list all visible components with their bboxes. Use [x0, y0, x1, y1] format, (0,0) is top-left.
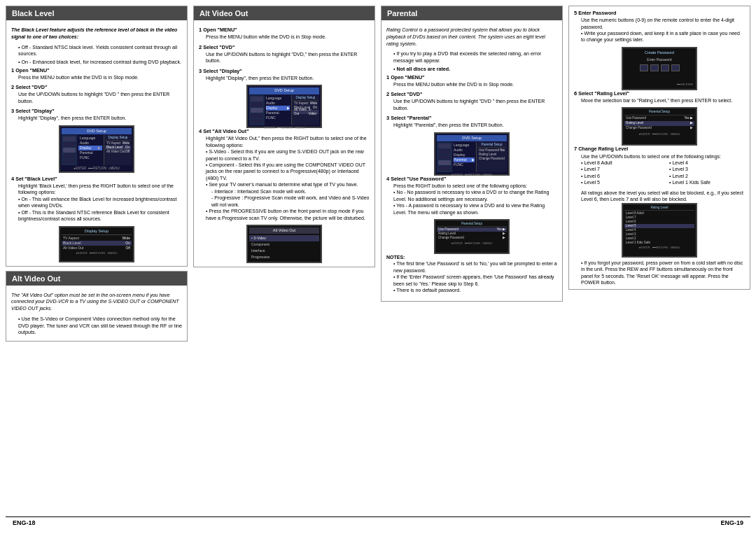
ep-label: Enter Password: [625, 57, 694, 62]
display-setup-screen-wrapper-1: Display Setup TV AspectWide Black LevelO…: [11, 226, 182, 262]
step-num: 1: [11, 67, 14, 73]
par-step-7: 7 Change Rating Level Use the UP/DOWN bu…: [574, 146, 745, 185]
column-1: Black Level The Black Level feature adju…: [6, 6, 188, 514]
alt-video-intro-text: The "Alt Video Out" option must be set i…: [11, 292, 182, 312]
alt-video-screen-title: Alt Video Out: [249, 227, 319, 234]
ps-row-2: Rating Level▶: [624, 121, 694, 126]
ds-footer-1: ●ENTER⟵RETURN≡MENU: [62, 251, 132, 255]
parental-screen-footer: ●ENTER⟵RETURN≡MENU: [437, 173, 507, 176]
ds-row-tv: TV AspectWide: [62, 236, 132, 241]
main-columns: Black Level The Black Level feature adju…: [6, 6, 750, 514]
dvd-setup-screen-1: DVD Setup Language Audio: [59, 125, 134, 173]
alt-step-2: 2 Select "DVD" Use the UP/DOWN buttons t…: [199, 44, 370, 64]
alt-video-steps-header: Alt Video Out: [194, 6, 374, 20]
black-level-section: Black Level The Black Level feature adju…: [6, 6, 188, 267]
footer-right: ENG-19: [720, 519, 743, 526]
bullet-on: • On - Enhanced black level, for increas…: [18, 59, 182, 66]
step-1-open-menu: 1 Open "MENU" Press the MENU button whil…: [11, 67, 182, 81]
par-step-5: 5 Enter Password Use the numeric buttons…: [574, 10, 745, 43]
ps-row-3: Change Password▶: [624, 126, 694, 131]
all-ratings-note: All ratings above the level you select w…: [581, 190, 745, 203]
ds-row-alt: Alt Video OutOff: [62, 246, 132, 251]
alt-step-4: 4 Set "Alt Video Out" Highlight "Alt Vid…: [199, 128, 370, 221]
black-level-intro: The Black Level feature adjusts the refe…: [11, 27, 182, 41]
parental-bullet-2: • Not all discs are rated.: [393, 66, 557, 73]
step-4-black-level: 4 Set "Black Level" Highlight 'Black Lev…: [11, 176, 182, 223]
up-row-3: Change Password▶: [437, 236, 507, 240]
bullet-off: • Off - Standard NTSC black level. Yield…: [18, 44, 182, 57]
enter-password-screen: Create Password Enter Password ⟵RETURN: [622, 47, 697, 90]
ps-footer: ●ENTER⟵RETURN≡MENU: [624, 132, 694, 136]
use-password-screen: Parental Setup Use PasswordYes ▶ Rating …: [434, 219, 510, 254]
avs-row-3: Interface: [249, 248, 319, 254]
parental-header: Parental: [382, 6, 562, 20]
display-setup-screen-1: Display Setup TV AspectWide Black LevelO…: [59, 226, 134, 262]
ds-row-black: Black LevelOn: [62, 241, 132, 246]
forgot-password-note: • If you forgot your password, press pow…: [581, 260, 745, 286]
rating-level-screen-wrapper: Rating Level Level 8 Adult Level 7 Level…: [574, 203, 745, 258]
avs-row-4: Progressive: [249, 254, 319, 260]
alt-video-screen: Alt Video Out • S-Video Component Interf…: [246, 225, 322, 263]
ep-title: Create Password: [625, 50, 694, 55]
dvd-setup-parental-wrapper: DVD Setup Language: [386, 132, 557, 176]
ratings-list: • Level 8 Adult • Level 7 • Level 6 • Le…: [574, 160, 745, 186]
parental-section: Parental Rating Control is a password pr…: [381, 6, 563, 302]
black-level-content: The Black Level feature adjusts the refe…: [6, 23, 187, 266]
parental-cont-section: 5 Enter Password Use the numeric buttons…: [568, 6, 750, 290]
par-notes: NOTES: • The first time 'Use Password' i…: [386, 254, 557, 294]
par-step-1: 1 Open "MENU" Press the MENU button whil…: [386, 74, 557, 88]
enter-password-screen-wrapper: Create Password Enter Password ⟵RETURN: [574, 47, 745, 90]
column-2: Alt Video Out 1 Open "MENU" Press the ME…: [193, 6, 375, 514]
parental-content: Rating Control is a password protected s…: [382, 23, 562, 301]
column-4: 5 Enter Password Use the numeric buttons…: [568, 6, 750, 514]
alt-step-1: 1 Open "MENU" Press the MENU button whil…: [199, 27, 370, 41]
screen-footer: ●ENTER⟵RETURN≡MENU: [60, 167, 133, 171]
footer-left: ENG-18: [13, 519, 36, 526]
par-step-6: 6 Select "Rating Level" Move the selecti…: [574, 90, 745, 104]
alt-video-bullet: • Use the S-Video or Component Video con…: [18, 316, 182, 336]
dvd-setup-title: DVD Setup: [62, 128, 132, 134]
ratings-col-1: • Level 8 Adult • Level 7 • Level 6 • Le…: [574, 160, 657, 186]
step-3-select-display: 3 Select "Display" Highlight "Display", …: [11, 108, 182, 122]
rl-footer: ●ENTER⟵RETURN≡MENU: [624, 246, 694, 249]
par-step-3: 3 Select "Parental" Highlight "Parental"…: [386, 115, 557, 129]
parental-bullet-1: • If you try to play a DVD that exceeds …: [393, 50, 557, 64]
ratings-col-2: • Level 4 • Level 3 • Level 2 • Level 1 …: [662, 160, 745, 186]
black-level-header: Black Level: [6, 6, 187, 20]
rating-level-screen: Rating Level Level 8 Adult Level 7 Level…: [622, 203, 697, 258]
alt-video-intro-section: Alt Video Out The "Alt Video Out" option…: [6, 271, 188, 342]
column-3: Parental Rating Control is a password pr…: [381, 6, 563, 514]
ds-title-1: Display Setup: [62, 229, 132, 235]
parental-cont-content: 5 Enter Password Use the numeric buttons…: [569, 6, 750, 289]
up-footer: ●ENTER⟵RETURN≡MENU: [437, 241, 507, 245]
dvd-setup-parental-screen: DVD Setup Language: [434, 132, 510, 176]
rl-r8: Level 1 Kids Safe: [624, 241, 694, 245]
ep-inputs: [625, 64, 694, 71]
dvd-setup-screen-2: DVD Setup Language: [246, 85, 322, 128]
rl-title: Rating Level: [624, 206, 694, 211]
ps-title: Parental Setup: [624, 110, 694, 115]
ep-return: ⟵RETURN: [677, 83, 693, 86]
dvd-setup-screen-2-wrapper: DVD Setup Language: [199, 85, 370, 128]
parental-setup-screen-wrapper: Parental Setup Use PasswordYes ▶ Rating …: [574, 107, 745, 146]
alt-step-3: 3 Select "Display" Highlight "Display", …: [199, 68, 370, 82]
alt-video-screen-wrapper: Alt Video Out • S-Video Component Interf…: [199, 225, 370, 263]
alt-video-intro-content: The "Alt Video Out" option must be set i…: [6, 288, 187, 342]
notes-title: NOTES:: [386, 254, 557, 260]
parental-setup-screen: Parental Setup Use PasswordYes ▶ Rating …: [622, 107, 697, 146]
dvd-title-2: DVD Setup: [249, 87, 319, 94]
use-password-screen-wrapper: Parental Setup Use PasswordYes ▶ Rating …: [386, 219, 557, 254]
ps-row-1: Use PasswordYes ▶: [624, 116, 694, 121]
avs-row-2: Component: [249, 241, 319, 248]
avs-row-1: • S-Video: [249, 235, 319, 241]
alt-video-intro-header: Alt Video Out: [6, 272, 187, 286]
parental-dvd-title: DVD Setup: [437, 135, 507, 141]
par-step-4: 4 Select "Use Password" Press the RIGHT …: [386, 176, 557, 216]
par-step-2: 2 Select "DVD" Use the UP/DOWN buttons t…: [386, 91, 557, 111]
alt-video-steps-section: Alt Video Out 1 Open "MENU" Press the ME…: [193, 6, 375, 267]
up-title: Parental Setup: [437, 222, 507, 227]
step-2-select-dvd: 2 Select "DVD" Use the UP/DOWN buttons t…: [11, 84, 182, 104]
screen2-footer: ●ENTER⟵RETURN≡MENU: [249, 126, 319, 129]
parental-intro: Rating Control is a password protected s…: [386, 27, 557, 47]
page-footer: ENG-18 ENG-19: [6, 517, 750, 528]
